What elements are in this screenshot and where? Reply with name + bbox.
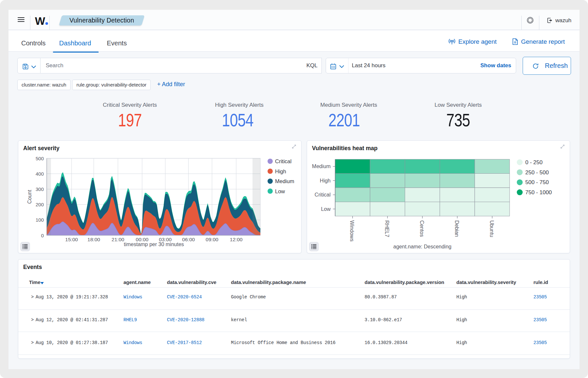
svg-text:Ubuntu: Ubuntu — [489, 220, 495, 237]
svg-text:High: High — [275, 168, 286, 174]
svg-text:Low: Low — [275, 188, 285, 194]
svg-text:400: 400 — [36, 171, 44, 177]
svg-text:300: 300 — [36, 186, 44, 192]
svg-text:100: 100 — [36, 217, 44, 223]
svg-text:0 - 250: 0 - 250 — [525, 159, 543, 165]
svg-text:Critical: Critical — [275, 158, 291, 164]
svg-text:750 - 1000: 750 - 1000 — [525, 189, 552, 196]
svg-text:21:00: 21:00 — [112, 237, 124, 242]
svg-text:Low: Low — [321, 206, 331, 212]
svg-text:Count: Count — [27, 190, 32, 204]
svg-text:Centos: Centos — [419, 220, 425, 237]
svg-text:0: 0 — [41, 233, 44, 238]
svg-text:Medium: Medium — [312, 164, 331, 169]
svg-text:timestamp per 30 minutes: timestamp per 30 minutes — [124, 242, 184, 247]
svg-text:15:00: 15:00 — [65, 237, 78, 242]
svg-text:250 - 500: 250 - 500 — [525, 169, 549, 176]
svg-text:09:00: 09:00 — [206, 237, 219, 242]
svg-text:200: 200 — [36, 202, 44, 207]
svg-text:Critical: Critical — [315, 192, 331, 197]
svg-text:500 - 750: 500 - 750 — [525, 179, 549, 185]
svg-text:06:00: 06:00 — [182, 237, 195, 242]
svg-text:Debian: Debian — [454, 220, 460, 237]
svg-text:12:00: 12:00 — [230, 237, 243, 242]
svg-text:500: 500 — [36, 156, 44, 161]
svg-text:High: High — [320, 178, 331, 183]
svg-text:agent.name: Descending: agent.name: Descending — [393, 244, 451, 249]
svg-text:18:00: 18:00 — [88, 237, 100, 242]
svg-text:RHEL7: RHEL7 — [384, 220, 390, 237]
svg-text:Windows: Windows — [349, 220, 355, 242]
svg-text:Medium: Medium — [275, 178, 294, 184]
